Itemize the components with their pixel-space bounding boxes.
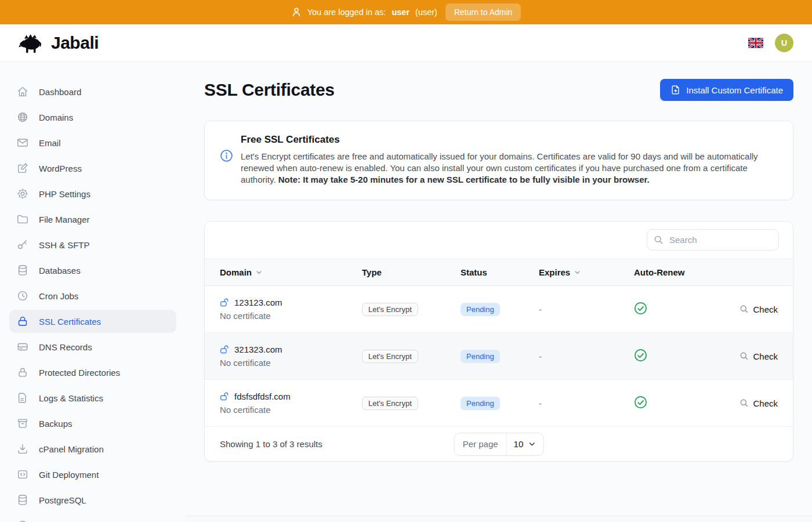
column-header-status: Status (461, 267, 539, 277)
search-input[interactable] (647, 229, 779, 251)
sidebar-item-protected-directories[interactable]: Protected Directories (9, 361, 176, 384)
info-box-body: Let's Encrypt certificates are free and … (241, 151, 777, 186)
lock-open-icon (220, 345, 230, 354)
sidebar-item-label: Databases (39, 266, 81, 276)
file-text-icon (16, 392, 29, 404)
per-page-select[interactable]: Per page 10 (454, 433, 544, 456)
sidebar-item-ssl-certificates[interactable]: SSL Certificates (9, 310, 176, 333)
sidebar-item-cpanel-migration[interactable]: cPanel Migration (9, 437, 176, 461)
sidebar-item-logs-statistics[interactable]: Logs & Statistics (9, 386, 176, 409)
domain-name[interactable]: 321323.com (234, 345, 282, 354)
expires-value: - (539, 304, 634, 314)
sidebar-item-php-settings[interactable]: PHP Settings (9, 182, 176, 205)
certificate-status-text: No certificate (220, 405, 362, 415)
file-plus-icon (670, 85, 681, 95)
table-header-row: Domain Type Status Expires Auto-Renew (205, 259, 793, 286)
sidebar-item-backups[interactable]: Backups (9, 412, 176, 435)
user-avatar[interactable]: U (775, 34, 793, 52)
column-label: Type (362, 267, 382, 277)
type-badge: Let's Encrypt (362, 397, 418, 410)
folder-icon (16, 213, 29, 226)
status-badge: Pending (461, 350, 500, 363)
sidebar-item-label: cPanel Migration (39, 444, 104, 454)
archive-icon (16, 417, 29, 430)
info-box-note: Note: It may take 5-20 minutes for a new… (278, 175, 650, 184)
column-header-expires[interactable]: Expires (539, 267, 634, 277)
auto-renew-check-icon[interactable] (634, 396, 647, 409)
sort-chevron-icon (574, 269, 581, 276)
code-icon (16, 468, 29, 481)
brand-name: Jabali (51, 33, 99, 53)
table-footer: Showing 1 to 3 of 3 results Per page 10 (205, 427, 793, 461)
check-certificate-button[interactable]: Check (740, 398, 778, 408)
return-to-admin-button[interactable]: Return to Admin (445, 3, 521, 21)
table-row: 123123.com No certificate Let's Encrypt … (205, 286, 793, 333)
sidebar-item-git-deployment[interactable]: Git Deployment (9, 463, 176, 486)
boar-logo-icon (19, 32, 45, 54)
lock-open-icon (220, 298, 230, 307)
sidebar-item-cron-jobs[interactable]: Cron Jobs (9, 284, 176, 307)
header-right: U (748, 34, 793, 52)
sidebar-item-label: DNS Records (39, 342, 92, 352)
mail-icon (16, 136, 29, 149)
lock-outline-icon (16, 366, 29, 379)
home-icon (16, 85, 29, 98)
user-icon (291, 7, 302, 17)
sidebar-item-email[interactable]: Email (9, 131, 176, 154)
pencil-icon (16, 162, 29, 175)
sidebar-item-label: SSH & SFTP (39, 240, 90, 250)
sidebar-item-label: Cron Jobs (39, 291, 78, 301)
info-icon (220, 149, 233, 162)
check-certificate-button[interactable]: Check (740, 351, 778, 361)
sidebar-item-label: Email (39, 138, 61, 148)
check-label: Check (753, 351, 778, 361)
sidebar-item-dashboard[interactable]: Dashboard (9, 80, 176, 103)
lock-icon (16, 315, 29, 328)
type-badge: Let's Encrypt (362, 350, 418, 363)
column-label: Status (461, 267, 487, 277)
sidebar-item-databases[interactable]: Databases (9, 259, 176, 282)
impersonation-bar: You are logged in as: user (user) Return… (0, 0, 812, 24)
download-icon (16, 443, 29, 455)
language-flag-icon[interactable] (748, 38, 763, 48)
sidebar-item-domains[interactable]: Domains (9, 106, 176, 129)
column-header-domain[interactable]: Domain (220, 267, 362, 277)
check-label: Check (753, 398, 778, 408)
search-box (647, 229, 779, 251)
sidebar-item-clipped[interactable] (9, 514, 176, 522)
page-footer: Jabali Panel GitHub · © 2026 Jabali v0.9… (186, 516, 812, 522)
lock-open-icon (220, 392, 230, 401)
certificate-status-text: No certificate (220, 311, 362, 321)
column-label: Domain (220, 267, 252, 277)
expires-value: - (539, 398, 634, 408)
logged-in-text: You are logged in as: (307, 8, 386, 17)
auto-renew-check-icon[interactable] (634, 302, 647, 315)
logged-in-as: You are logged in as: user (user) (291, 7, 437, 17)
auto-renew-check-icon[interactable] (634, 349, 647, 362)
domain-name[interactable]: 123123.com (234, 298, 282, 307)
sidebar-item-postgresql[interactable]: PostgreSQL (9, 488, 176, 512)
search-icon (654, 235, 664, 245)
domain-cell: 123123.com No certificate (220, 298, 362, 321)
sidebar-item-label: Protected Directories (39, 368, 120, 378)
check-certificate-button[interactable]: Check (740, 304, 778, 314)
sidebar-item-file-manager[interactable]: File Manager (9, 208, 176, 231)
logged-in-username: user (392, 8, 409, 17)
gear-icon (16, 187, 29, 200)
install-custom-certificate-button[interactable]: Install Custom Certificate (660, 79, 793, 101)
sidebar-item-label: WordPress (39, 164, 82, 173)
key-icon (16, 238, 29, 251)
sidebar-item-label: PostgreSQL (39, 495, 86, 505)
per-page-label: Per page (455, 433, 507, 455)
column-header-type: Type (362, 267, 461, 277)
column-header-auto-renew: Auto-Renew (634, 267, 721, 277)
column-label: Auto-Renew (634, 267, 685, 277)
sidebar-item-ssh-sftp[interactable]: SSH & SFTP (9, 233, 176, 256)
magnifier-icon (740, 398, 749, 408)
sidebar-item-dns-records[interactable]: DNS Records (9, 335, 176, 358)
brand-logo[interactable]: Jabali (19, 32, 99, 54)
server-icon (16, 340, 29, 353)
certificates-table-card: Domain Type Status Expires Auto-Renew (204, 221, 793, 462)
sidebar-item-wordpress[interactable]: WordPress (9, 157, 176, 180)
domain-name[interactable]: fdsfsdfdsf.com (234, 392, 291, 401)
